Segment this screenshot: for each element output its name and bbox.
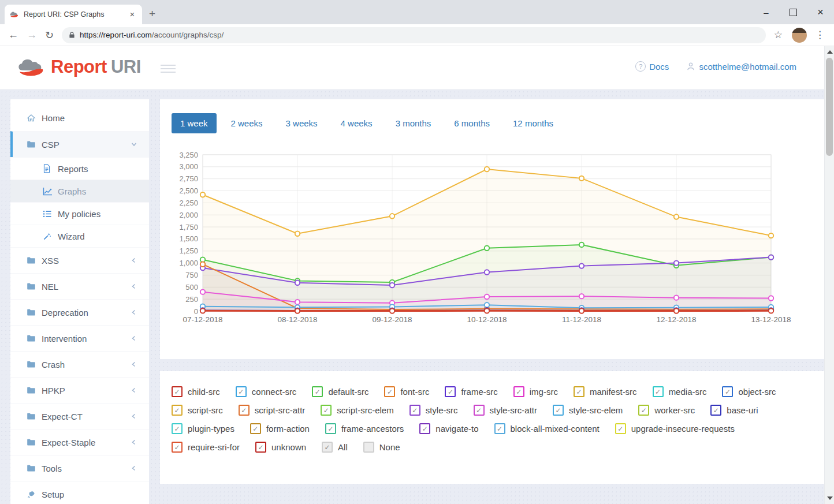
- sidebar-item-nel[interactable]: NEL: [10, 273, 149, 299]
- checkbox-checked-icon[interactable]: ✓: [638, 405, 649, 416]
- checkbox-checked-icon[interactable]: ✓: [255, 442, 266, 453]
- filter-frame-src[interactable]: ✓frame-src: [445, 386, 497, 397]
- filter-object-src[interactable]: ✓object-src: [722, 386, 776, 397]
- filter-form-action[interactable]: ✓form-action: [250, 423, 310, 434]
- checkbox-checked-icon[interactable]: ✓: [474, 405, 485, 416]
- checkbox-checked-icon[interactable]: ✓: [409, 405, 420, 416]
- filter-default-src[interactable]: ✓default-src: [312, 386, 368, 397]
- tab-3-weeks[interactable]: 3 weeks: [277, 113, 326, 133]
- sidebar-item-crash[interactable]: Crash: [10, 351, 149, 377]
- checkbox-checked-icon[interactable]: ✓: [325, 423, 336, 434]
- sidebar-item-deprecation[interactable]: Deprecation: [10, 299, 149, 325]
- new-tab-button[interactable]: +: [149, 8, 155, 20]
- checkbox-checked-icon[interactable]: ✓: [553, 405, 564, 416]
- sidebar-item-home[interactable]: Home: [10, 105, 149, 131]
- checkbox-checked-icon[interactable]: ✓: [445, 386, 456, 397]
- sidebar-item-expect-staple[interactable]: Expect-Staple: [10, 429, 149, 455]
- checkbox-checked-icon[interactable]: ✓: [312, 386, 323, 397]
- tab-6-months[interactable]: 6 months: [445, 113, 498, 133]
- filter-plugin-types[interactable]: ✓plugin-types: [172, 423, 234, 434]
- checkbox-checked-icon[interactable]: ✓: [250, 423, 261, 434]
- filter-style-src-elem[interactable]: ✓style-src-elem: [553, 405, 623, 416]
- checkbox-checked-icon[interactable]: ✓: [172, 423, 183, 434]
- filter-require-sri-for[interactable]: ✓require-sri-for: [172, 442, 240, 453]
- filter-block-all-mixed-content[interactable]: ✓block-all-mixed-content: [494, 423, 600, 434]
- checkbox-checked-icon[interactable]: ✓: [236, 386, 247, 397]
- sidebar-item-setup[interactable]: Setup: [10, 481, 149, 504]
- check-icon: ✓: [174, 407, 180, 414]
- filter-style-src-attr[interactable]: ✓style-src-attr: [474, 405, 538, 416]
- filter-connect-src[interactable]: ✓connect-src: [236, 386, 297, 397]
- bookmark-star-icon[interactable]: ☆: [774, 29, 783, 41]
- checkbox-checked-icon[interactable]: ✓: [574, 386, 584, 397]
- scrollbar-down-icon[interactable]: [827, 496, 833, 500]
- filter-navigate-to[interactable]: ✓navigate-to: [419, 423, 478, 434]
- tab-12-months[interactable]: 12 months: [504, 113, 562, 133]
- filter-frame-ancestors[interactable]: ✓frame-ancestors: [325, 423, 404, 434]
- checkbox-checked-icon[interactable]: ✓: [513, 386, 524, 397]
- tab-2-weeks[interactable]: 2 weeks: [222, 113, 271, 133]
- logo-text-uri: URI: [111, 57, 141, 77]
- checkbox-checked-icon[interactable]: ✓: [419, 423, 430, 434]
- checkbox-checked-icon[interactable]: ✓: [239, 405, 250, 416]
- checkbox-checked-icon[interactable]: ✓: [172, 405, 183, 416]
- account-link[interactable]: scotthelme@hotmail.com: [686, 62, 796, 72]
- sidebar-item-xss[interactable]: XSS: [10, 247, 149, 273]
- tab-3-months[interactable]: 3 months: [387, 113, 440, 133]
- filter-worker-src[interactable]: ✓worker-src: [638, 405, 695, 416]
- back-button[interactable]: ←: [8, 29, 18, 41]
- filter-img-src[interactable]: ✓img-src: [513, 386, 558, 397]
- filter-all[interactable]: ✓All: [322, 442, 348, 453]
- filter-media-src[interactable]: ✓media-src: [653, 386, 707, 397]
- sidebar-item-csp[interactable]: CSP: [10, 131, 149, 157]
- filter-upgrade-insecure-requests[interactable]: ✓upgrade-insecure-requests: [615, 423, 735, 434]
- window-maximize-button[interactable]: [780, 0, 807, 24]
- tab-4-weeks[interactable]: 4 weeks: [332, 113, 381, 133]
- browser-menu-icon[interactable]: ⋮: [815, 29, 825, 41]
- forward-button[interactable]: →: [27, 29, 37, 41]
- page-scrollbar[interactable]: [824, 46, 834, 504]
- checkbox-checked-icon[interactable]: ✓: [653, 386, 664, 397]
- checkbox-checked-icon[interactable]: ✓: [172, 386, 183, 397]
- tab-close-icon[interactable]: ×: [127, 9, 137, 20]
- docs-link[interactable]: ? Docs: [635, 61, 669, 72]
- reload-button[interactable]: ↻: [45, 29, 54, 42]
- filter-script-src[interactable]: ✓script-src: [172, 405, 223, 416]
- checkbox-checked-icon[interactable]: ✓: [322, 442, 333, 453]
- sidebar-item-my-policies[interactable]: My policies: [10, 202, 149, 225]
- url-bar[interactable]: https://report-uri.com/account/graphs/cs…: [62, 27, 766, 43]
- sidebar-item-tools[interactable]: Tools: [10, 455, 149, 481]
- filter-font-src[interactable]: ✓font-src: [384, 386, 429, 397]
- filter-manifest-src[interactable]: ✓manifest-src: [574, 386, 637, 397]
- sidebar-item-expect-ct[interactable]: Expect-CT: [10, 403, 149, 429]
- checkbox-checked-icon[interactable]: ✓: [494, 423, 505, 434]
- browser-tab[interactable]: Report URI: CSP Graphs ×: [5, 5, 142, 24]
- scrollbar-up-icon[interactable]: [827, 50, 833, 54]
- checkbox-checked-icon[interactable]: ✓: [321, 405, 332, 416]
- sidebar-item-graphs[interactable]: Graphs: [10, 180, 149, 202]
- checkbox-checked-icon[interactable]: ✓: [722, 386, 733, 397]
- window-minimize-button[interactable]: –: [753, 0, 780, 24]
- scrollbar-thumb[interactable]: [826, 58, 833, 156]
- filter-script-src-attr[interactable]: ✓script-src-attr: [239, 405, 306, 416]
- sidebar-item-reports[interactable]: Reports: [10, 157, 149, 180]
- hamburger-menu-icon[interactable]: [161, 62, 176, 75]
- report-uri-logo[interactable]: ReportURI: [16, 57, 141, 77]
- checkbox-unchecked-icon[interactable]: [363, 442, 374, 453]
- window-close-button[interactable]: ×: [807, 0, 834, 24]
- filter-none[interactable]: None: [363, 442, 400, 453]
- filter-unknown[interactable]: ✓unknown: [255, 442, 306, 453]
- filter-style-src[interactable]: ✓style-src: [409, 405, 458, 416]
- checkbox-checked-icon[interactable]: ✓: [615, 423, 626, 434]
- checkbox-checked-icon[interactable]: ✓: [172, 442, 183, 453]
- sidebar-item-intervention[interactable]: Intervention: [10, 325, 149, 351]
- checkbox-checked-icon[interactable]: ✓: [384, 386, 395, 397]
- filter-child-src[interactable]: ✓child-src: [172, 386, 220, 397]
- filter-base-uri[interactable]: ✓base-uri: [710, 405, 758, 416]
- checkbox-checked-icon[interactable]: ✓: [710, 405, 721, 416]
- tab-1-week[interactable]: 1 week: [172, 113, 217, 133]
- filter-script-src-elem[interactable]: ✓script-src-elem: [321, 405, 393, 416]
- profile-avatar[interactable]: [792, 28, 807, 43]
- sidebar-item-hpkp[interactable]: HPKP: [10, 377, 149, 403]
- sidebar-item-wizard[interactable]: Wizard: [10, 225, 149, 247]
